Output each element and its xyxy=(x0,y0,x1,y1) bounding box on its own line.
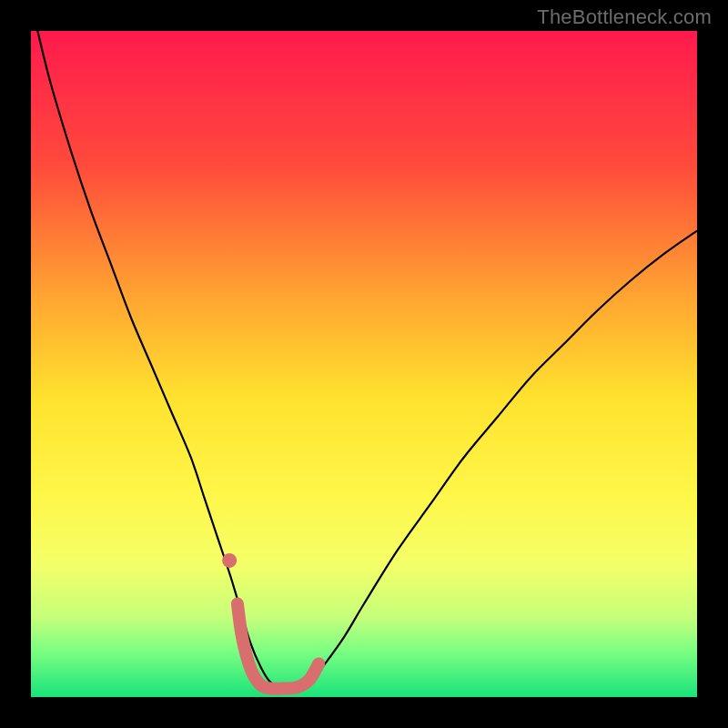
chart-frame: TheBottleneck.com xyxy=(0,0,728,728)
plot-background xyxy=(31,31,697,697)
bottleneck-chart xyxy=(0,0,728,728)
watermark-text: TheBottleneck.com xyxy=(537,5,712,29)
highlight-start-dot xyxy=(222,553,237,568)
